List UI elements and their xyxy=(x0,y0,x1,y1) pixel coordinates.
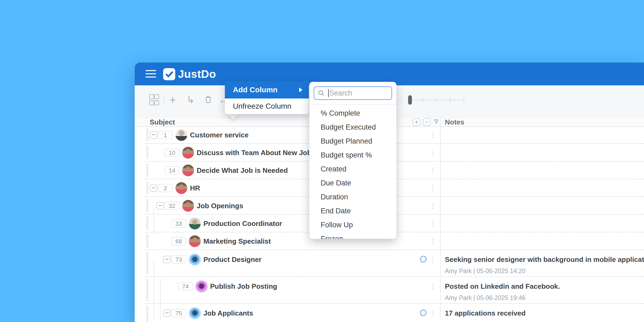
collapse-all-icon[interactable]: − xyxy=(423,118,430,126)
row-menu-dots-icon[interactable]: ⋮ xyxy=(429,219,435,228)
indent-icon[interactable]: ↳ xyxy=(186,94,195,105)
task-id-badge[interactable]: 75 xyxy=(171,309,186,317)
collapse-toggle[interactable]: − xyxy=(150,184,157,192)
expand-all-icon[interactable]: + xyxy=(413,118,420,126)
note-cell[interactable] xyxy=(445,232,644,250)
note-cell[interactable]: 17 applications received Amy Park | 05-0… xyxy=(445,304,644,322)
row-menu-dots-icon[interactable]: ⋮ xyxy=(429,149,435,157)
task-subject[interactable]: Customer service xyxy=(190,131,248,139)
table-row[interactable]: 74 Publish Job Posting ⋮ Posted on Linke… xyxy=(135,277,644,304)
collapse-toggle[interactable]: − xyxy=(156,202,164,210)
app-logo[interactable]: JustDo xyxy=(163,68,216,80)
collapse-toggle[interactable]: − xyxy=(150,131,157,139)
column-option[interactable]: % Complete xyxy=(309,106,396,120)
avatar xyxy=(182,164,194,176)
task-subject[interactable]: Marketing Specialist xyxy=(203,237,271,246)
row-menu-dots-icon[interactable]: ⋮ xyxy=(429,202,435,210)
row-menu-dots-icon[interactable]: ⋮ xyxy=(429,184,435,192)
row-drag-handle[interactable] xyxy=(146,146,148,159)
desktop-background: JustDo + ↳ ← Subject + xyxy=(0,0,644,322)
toolbar-divider xyxy=(401,96,402,104)
note-cell[interactable] xyxy=(445,197,644,215)
task-subject[interactable]: Job Openings xyxy=(197,202,243,210)
note-cell[interactable] xyxy=(445,179,644,197)
filter-icon[interactable] xyxy=(433,118,440,126)
row-drag-handle[interactable] xyxy=(146,234,148,248)
task-id-badge[interactable]: 73 xyxy=(171,255,186,264)
add-task-icon[interactable]: + xyxy=(170,95,176,105)
note-cell[interactable]: Posted on Linkedin and Facebook. Amy Par… xyxy=(445,277,644,304)
task-subject[interactable]: Product Designer xyxy=(203,255,262,264)
submenu-arrow-icon xyxy=(299,87,302,92)
hamburger-menu-icon[interactable] xyxy=(145,70,156,78)
search-input[interactable]: Search xyxy=(314,86,392,100)
column-option[interactable]: Duration xyxy=(309,190,396,204)
task-id-badge[interactable]: 33 xyxy=(171,219,186,228)
row-menu-dots-icon[interactable]: ⋮ xyxy=(429,131,435,139)
menu-item-add-column[interactable]: Add Column xyxy=(225,81,309,98)
task-id-badge[interactable]: 74 xyxy=(178,282,193,291)
column-divider[interactable] xyxy=(440,118,441,322)
slider-tick xyxy=(464,98,464,103)
note-cell[interactable] xyxy=(445,215,644,232)
column-header-notes[interactable]: Notes xyxy=(445,118,464,126)
note-cell[interactable] xyxy=(445,162,644,179)
task-subject[interactable]: HR xyxy=(190,184,200,192)
row-menu-dots-icon[interactable]: ⋮ xyxy=(429,309,435,317)
row-menu-dots-icon[interactable]: ⋮ xyxy=(429,166,435,175)
row-drag-handle[interactable] xyxy=(146,279,148,301)
zoom-slider-track[interactable] xyxy=(410,100,464,100)
note-cell[interactable] xyxy=(445,144,644,162)
row-menu-dots-icon[interactable]: ⋮ xyxy=(429,282,435,291)
row-menu-dots-icon[interactable]: ⋮ xyxy=(429,237,435,246)
row-drag-handle[interactable] xyxy=(146,128,148,141)
task-id-badge[interactable]: 32 xyxy=(164,202,180,210)
row-drag-handle[interactable] xyxy=(146,199,148,212)
task-id-badge[interactable]: 2 xyxy=(158,184,173,192)
column-option[interactable]: Frozen xyxy=(309,232,396,239)
zoom-slider-handle[interactable] xyxy=(408,95,412,105)
column-option[interactable]: Follow Up xyxy=(309,218,396,232)
task-subject[interactable]: Production Coordinator xyxy=(203,219,282,228)
menu-item-unfreeze-column[interactable]: Unfreeze Column xyxy=(225,98,309,114)
task-id-badge[interactable]: 10 xyxy=(164,149,180,157)
table-row[interactable]: − 75 Job Applicants ⋮ 17 applications re… xyxy=(135,304,644,322)
trash-icon[interactable] xyxy=(203,94,213,105)
task-id-badge[interactable]: 14 xyxy=(164,166,180,175)
task-subject[interactable]: Job Applicants xyxy=(203,309,253,317)
task-subject[interactable]: Publish Job Posting xyxy=(210,282,277,291)
note-cell[interactable] xyxy=(445,126,644,144)
menu-item-label: Add Column xyxy=(233,86,277,94)
task-id-badge[interactable]: 1 xyxy=(158,131,173,139)
row-menu-dots-icon[interactable]: ⋮ xyxy=(429,255,435,264)
collapse-toggle[interactable]: − xyxy=(163,256,171,263)
menu-item-label: Unfreeze Column xyxy=(233,102,291,111)
apps-grid-icon[interactable] xyxy=(149,94,158,105)
table-row[interactable]: − 73 Product Designer ⋮ Seeking senior d… xyxy=(135,250,644,277)
task-subject[interactable]: Decide What Job is Needed xyxy=(197,166,288,175)
column-option[interactable]: Budget spent % xyxy=(309,148,396,162)
column-option[interactable]: Budget Planned xyxy=(309,134,396,148)
slider-tick xyxy=(436,98,437,103)
logo-check-icon xyxy=(163,68,175,80)
column-option[interactable]: Due Date xyxy=(309,176,396,190)
row-drag-handle[interactable] xyxy=(146,163,148,177)
collapse-toggle[interactable]: − xyxy=(163,309,171,317)
note-meta: Amy Park | 05-06-2025 20:15 xyxy=(445,321,525,322)
task-subject[interactable]: Discuss with Team About New Job xyxy=(197,149,312,157)
row-drag-handle[interactable] xyxy=(146,306,148,322)
column-header-subject[interactable]: Subject xyxy=(150,118,175,126)
comment-icon[interactable] xyxy=(419,255,428,264)
row-drag-handle[interactable] xyxy=(146,181,148,195)
note-cell[interactable]: Seeking senior designer with background … xyxy=(445,250,644,277)
avatar xyxy=(182,200,194,212)
task-id-badge[interactable]: 68 xyxy=(171,237,186,246)
comment-icon[interactable] xyxy=(419,309,428,318)
slider-tick xyxy=(450,98,451,103)
column-option[interactable]: Created xyxy=(309,162,396,176)
column-options: % Complete Budget Executed Budget Planne… xyxy=(309,105,396,239)
column-option[interactable]: Budget Executed xyxy=(309,120,396,134)
column-option[interactable]: End Date xyxy=(309,204,396,218)
row-drag-handle[interactable] xyxy=(146,252,148,275)
row-drag-handle[interactable] xyxy=(146,217,148,230)
